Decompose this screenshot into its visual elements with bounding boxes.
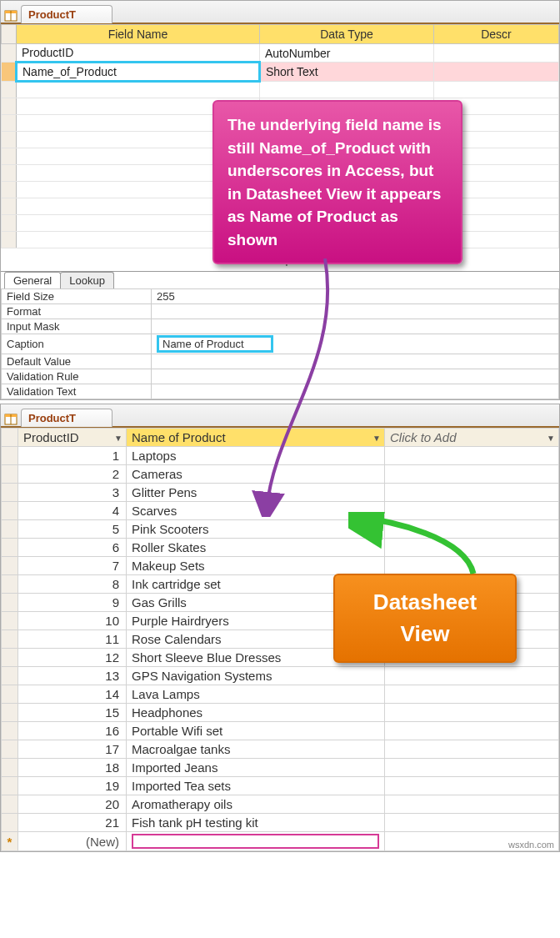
datasheet-row-selector[interactable] [2,759,18,777]
datasheet-id-cell[interactable]: 2 [18,465,127,484]
datasheet-name-cell[interactable]: Scarves [127,502,385,520]
datasheet-empty-cell[interactable] [385,667,559,685]
prop-value[interactable] [152,319,559,334]
design-empty-cell[interactable] [434,82,559,98]
datasheet-empty-cell[interactable] [385,814,559,832]
prop-value[interactable] [152,384,559,399]
design-row-selector[interactable] [2,82,17,98]
datasheet-row-selector[interactable] [2,704,18,722]
datasheet-name-cell[interactable]: Macroalgae tanks [127,740,385,759]
col-productid[interactable]: ProductID ▼ [18,429,127,447]
design-desc-cell[interactable] [434,44,559,63]
datasheet-id-cell[interactable]: 12 [18,649,127,667]
design-field-name-cell[interactable]: Name_of_Product [17,63,260,82]
design-row-selector[interactable] [2,182,17,198]
datasheet-name-cell[interactable]: Laptops [127,447,385,465]
datasheet-id-cell[interactable]: 6 [18,539,127,557]
datasheet-row-selector[interactable] [2,465,18,484]
col-field-name[interactable]: Field Name [17,25,260,44]
datasheet-id-cell[interactable]: 11 [18,630,127,649]
new-row-id[interactable]: (New) [18,832,127,851]
datasheet-row-selector[interactable] [2,814,18,832]
datasheet-id-cell[interactable]: 8 [18,575,127,594]
datasheet-empty-cell[interactable] [385,777,559,795]
datasheet-row-selector[interactable] [2,557,18,575]
prop-value[interactable]: Name of Product [152,334,559,354]
datasheet-name-cell[interactable]: Roller Skates [127,539,385,557]
props-grid[interactable]: Field Size255FormatInput MaskCaptionName… [1,288,559,399]
prop-value[interactable]: 255 [152,289,559,304]
datasheet-row-selector[interactable] [2,612,18,630]
design-data-type-cell[interactable]: Short Text [259,63,433,82]
props-tab-lookup[interactable]: Lookup [60,272,114,288]
datasheet-name-cell[interactable]: Lava Lamps [127,685,385,704]
design-row-selector[interactable] [2,198,17,215]
datasheet-row-selector[interactable] [2,539,18,557]
design-row-selector[interactable] [2,232,17,248]
datasheet-id-cell[interactable]: 16 [18,722,127,740]
design-row-selector[interactable] [2,63,17,82]
datasheet-row-selector[interactable] [2,484,18,502]
datasheet-row-selector[interactable] [2,649,18,667]
prop-value[interactable] [152,354,559,369]
datasheet-empty-cell[interactable] [385,759,559,777]
datasheet-id-cell[interactable]: 7 [18,557,127,575]
datasheet-row-selector[interactable] [2,722,18,740]
design-empty-cell[interactable] [259,82,433,98]
datasheet-name-cell[interactable]: Cameras [127,465,385,484]
dropdown-icon[interactable]: ▼ [547,433,555,442]
datasheet-row-selector[interactable] [2,630,18,649]
datasheet-name-cell[interactable]: Fish tank pH testing kit [127,814,385,832]
datasheet-name-cell[interactable]: Portable Wifi set [127,722,385,740]
datasheet-empty-cell[interactable] [385,502,559,520]
datasheet-id-cell[interactable]: 4 [18,502,127,520]
datasheet-name-cell[interactable]: Pink Scooters [127,520,385,539]
caption-value-highlight[interactable]: Name of Product [157,335,273,353]
datasheet-id-cell[interactable]: 18 [18,759,127,777]
datasheet-empty-cell[interactable] [385,465,559,484]
datasheet-id-cell[interactable]: 15 [18,704,127,722]
datasheet-id-cell[interactable]: 10 [18,612,127,630]
design-field-name-cell[interactable]: ProductID [17,44,260,63]
datasheet-id-cell[interactable]: 19 [18,777,127,795]
datasheet-row-selector[interactable] [2,520,18,539]
datasheet-row-selector[interactable] [2,667,18,685]
design-row-selector[interactable] [2,115,17,132]
tab-productt[interactable]: ProductT [21,5,112,23]
datasheet-row-selector[interactable] [2,777,18,795]
datasheet-row-selector[interactable] [2,685,18,704]
datasheet-name-cell[interactable]: Headphones [127,704,385,722]
prop-value[interactable] [152,304,559,319]
datasheet-id-cell[interactable]: 9 [18,594,127,612]
col-description[interactable]: Descr [434,25,559,44]
props-tab-general[interactable]: General [4,272,61,288]
datasheet-id-cell[interactable]: 20 [18,795,127,814]
datasheet-id-cell[interactable]: 3 [18,484,127,502]
design-row-selector[interactable] [2,44,17,63]
datasheet-row-selector[interactable] [2,594,18,612]
datasheet-empty-cell[interactable] [385,520,559,539]
design-row-selector[interactable] [2,148,17,165]
design-data-type-cell[interactable]: AutoNumber [259,44,433,63]
datasheet-row-selector[interactable] [2,502,18,520]
design-empty-cell[interactable] [17,82,260,98]
new-row-name[interactable] [127,832,385,851]
datasheet-row-selector[interactable] [2,447,18,465]
datasheet-id-cell[interactable]: 1 [18,447,127,465]
datasheet-empty-cell[interactable] [385,722,559,740]
design-row-selector[interactable] [2,98,17,115]
datasheet-row-selector[interactable] [2,795,18,814]
datasheet-empty-cell[interactable] [385,557,559,575]
datasheet-id-cell[interactable]: 5 [18,520,127,539]
datasheet-id-cell[interactable]: 21 [18,814,127,832]
design-row-selector[interactable] [2,215,17,232]
datasheet-name-cell[interactable]: GPS Navigation Systems [127,667,385,685]
datasheet-id-cell[interactable]: 17 [18,740,127,759]
col-data-type[interactable]: Data Type [259,25,433,44]
design-row-selector[interactable] [2,165,17,182]
datasheet-name-cell[interactable]: Glitter Pens [127,484,385,502]
datasheet-id-cell[interactable]: 13 [18,667,127,685]
datasheet-row-selector[interactable] [2,575,18,594]
col-click-to-add[interactable]: Click to Add ▼ [385,429,559,447]
datasheet-empty-cell[interactable] [385,685,559,704]
